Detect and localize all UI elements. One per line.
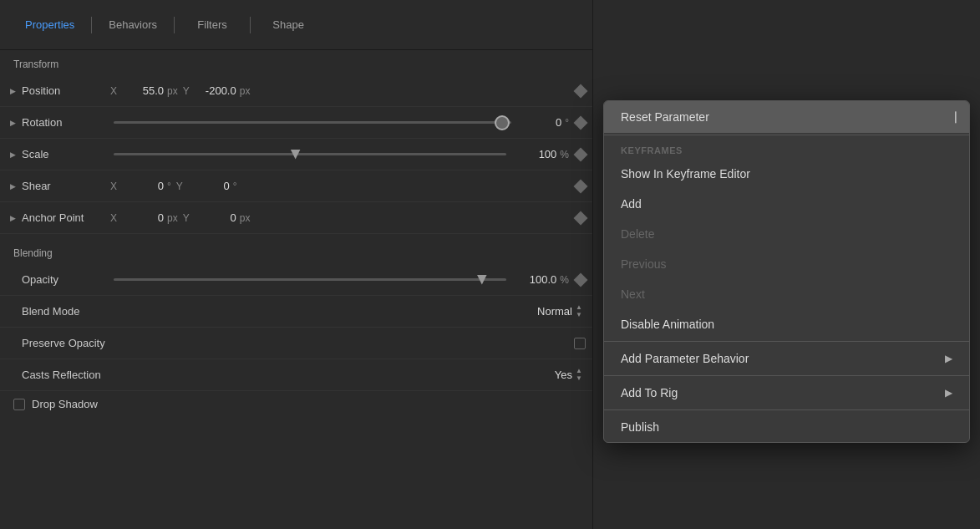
scale-unit: % [560,149,569,160]
properties-content: Transform ▶ Position X px Y px ▶ Rotatio… [0,50,592,529]
scale-slider-thumb [291,150,301,160]
rotation-row[interactable]: ▶ Rotation ° [0,107,592,139]
tab-shape[interactable]: Shape [251,12,326,38]
menu-item-reset-parameter[interactable]: Reset Parameter ❘ [604,101,969,133]
rotation-slider-thumb [495,115,510,130]
scale-value-input[interactable] [515,148,556,160]
shear-keyframe-diamond[interactable] [574,179,588,193]
scale-expand-icon[interactable]: ▶ [7,149,18,160]
anchor-y-unit: px [240,212,251,224]
rotation-label: Rotation [22,116,105,129]
rotation-expand-icon[interactable]: ▶ [7,117,18,129]
menu-item-show-keyframe-editor[interactable]: Show In Keyframe Editor [604,159,969,189]
tab-behaviors[interactable]: Behaviors [92,12,174,38]
position-y-unit: px [240,85,251,97]
blend-mode-row[interactable]: ▶ Blend Mode Normal ▲ ▼ [0,296,592,328]
right-panel: Reset Parameter ❘ KEYFRAMES Show In Keyf… [593,0,980,529]
position-row[interactable]: ▶ Position X px Y px [0,75,592,107]
scale-keyframe-diamond[interactable] [574,147,588,161]
anchor-x-unit: px [167,212,178,224]
position-x-unit: px [167,85,178,97]
menu-item-add-to-rig[interactable]: Add To Rig ▶ [604,378,969,408]
preserve-opacity-checkbox[interactable] [574,338,586,349]
position-y-input[interactable] [195,84,236,97]
menu-separator-3 [604,375,969,376]
casts-reflection-label: Casts Reflection [22,369,105,381]
anchor-x-label: X [110,212,117,224]
scale-slider-track[interactable] [114,153,506,155]
shear-expand-icon[interactable]: ▶ [7,181,18,192]
menu-item-next[interactable]: Next [604,279,969,309]
add-label: Add [621,197,642,211]
disable-animation-label: Disable Animation [621,318,714,331]
anchor-y-input[interactable] [195,211,236,224]
menu-separator-4 [604,409,969,410]
next-label: Next [621,287,645,301]
menu-item-add[interactable]: Add [604,189,969,219]
cursor-indicator: ❘ [951,109,952,125]
opacity-slider-track[interactable] [114,278,506,281]
shear-x-input[interactable] [122,180,164,192]
opacity-row[interactable]: ▶ Opacity % [0,264,592,296]
rotation-unit: ° [565,117,569,129]
show-keyframe-editor-label: Show In Keyframe Editor [621,167,750,181]
casts-reflection-dropdown[interactable]: Yes ▲ ▼ [555,368,586,383]
previous-label: Previous [621,257,666,271]
menu-item-delete[interactable]: Delete [604,219,969,249]
position-label: Position [22,84,105,97]
publish-label: Publish [621,420,659,434]
casts-reflection-stepper[interactable]: ▲ ▼ [576,368,586,383]
opacity-keyframe-diamond[interactable] [574,272,588,287]
add-parameter-behavior-label: Add Parameter Behavior [621,352,749,365]
blend-mode-label: Blend Mode [22,305,105,318]
scale-label: Scale [22,148,105,160]
opacity-value-input[interactable] [515,273,556,286]
menu-separator-2 [604,341,969,342]
position-expand-icon[interactable]: ▶ [7,85,18,97]
shear-label: Shear [22,180,105,192]
opacity-label: Opacity [22,273,105,286]
blend-mode-stepper[interactable]: ▲ ▼ [576,304,586,319]
blend-mode-dropdown[interactable]: Normal ▲ ▼ [537,304,586,319]
drop-shadow-label: Drop Shadow [32,398,98,410]
casts-reflection-row[interactable]: ▶ Casts Reflection Yes ▲ ▼ [0,359,592,391]
menu-item-add-parameter-behavior[interactable]: Add Parameter Behavior ▶ [604,343,969,374]
drop-shadow-row[interactable]: Drop Shadow [0,391,592,417]
anchor-point-values: X px Y px [109,211,586,224]
menu-separator-1 [604,135,969,135]
anchor-keyframe-diamond[interactable] [574,211,588,225]
rotation-keyframe-diamond[interactable] [574,115,588,130]
anchor-y-label: Y [183,212,190,224]
scale-row[interactable]: ▶ Scale % [0,139,592,170]
shear-y-label: Y [176,181,183,192]
tab-filters[interactable]: Filters [175,12,250,38]
menu-section-keyframes: KEYFRAMES [604,137,969,159]
menu-item-previous[interactable]: Previous [604,249,969,279]
drop-shadow-checkbox[interactable] [13,399,25,410]
opacity-unit: % [560,274,569,286]
add-parameter-behavior-arrow: ▶ [945,353,952,364]
tab-properties[interactable]: Properties [8,12,91,38]
anchor-point-expand-icon[interactable]: ▶ [7,212,18,224]
shear-x-label: X [110,181,117,192]
menu-item-disable-animation[interactable]: Disable Animation [604,309,969,339]
rotation-slider-track[interactable] [114,121,511,124]
anchor-point-row[interactable]: ▶ Anchor Point X px Y px [0,202,592,234]
casts-reflection-value: Yes [555,369,572,381]
shear-y-input[interactable] [188,180,230,192]
menu-item-publish[interactable]: Publish [604,412,969,442]
add-to-rig-label: Add To Rig [621,386,678,399]
blending-section-header: Blending [0,239,592,264]
position-keyframe-diamond[interactable] [574,84,588,98]
shear-y-unit: ° [233,181,237,192]
add-to-rig-arrow: ▶ [945,387,952,399]
blend-mode-value: Normal [537,305,572,318]
shear-x-unit: ° [167,181,171,192]
position-x-label: X [110,85,117,97]
rotation-value-input[interactable] [520,116,561,129]
anchor-x-input[interactable] [122,211,164,224]
anchor-point-label: Anchor Point [22,211,105,224]
position-x-input[interactable] [122,84,164,97]
shear-row[interactable]: ▶ Shear X ° Y ° [0,170,592,202]
preserve-opacity-row[interactable]: ▶ Preserve Opacity [0,328,592,359]
